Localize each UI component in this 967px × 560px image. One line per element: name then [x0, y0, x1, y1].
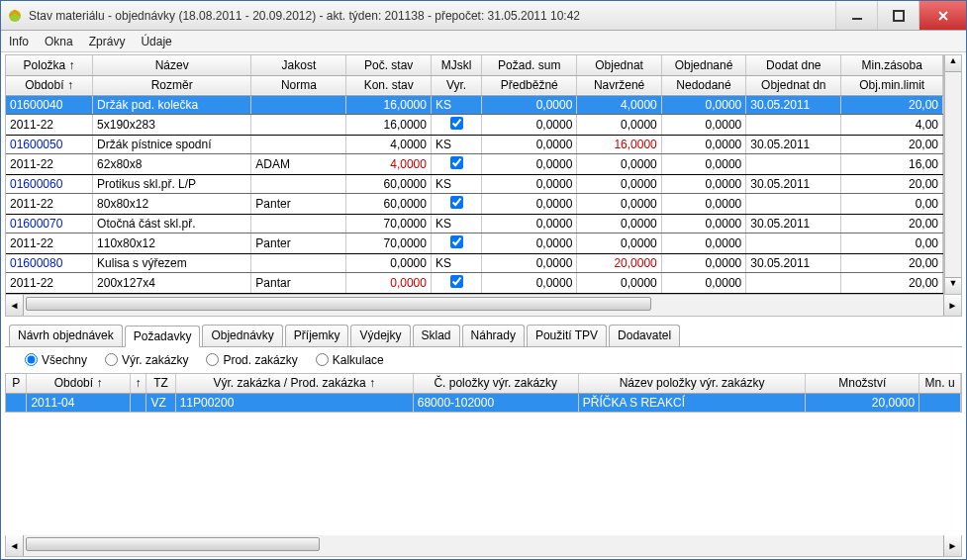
cell: 20,00	[841, 272, 943, 293]
radio-option[interactable]: Všechny	[25, 353, 87, 367]
cell: Kulisa s výřezem	[93, 253, 251, 272]
table-row[interactable]: 2011-22200x127x4Pantar0,00000,00000,0000…	[6, 272, 943, 293]
column-header[interactable]: Období ↑	[6, 75, 93, 95]
table-row[interactable]: 01600070Otočná část skl.př.70,0000KS0,00…	[6, 214, 943, 233]
menu-okna[interactable]: Okna	[45, 35, 73, 48]
column-header[interactable]: Norma	[251, 75, 346, 95]
cell: 16,0000	[577, 135, 661, 153]
column-header[interactable]: Objednat	[577, 55, 661, 75]
cell: 20,00	[841, 135, 943, 153]
radio-input[interactable]	[25, 353, 38, 366]
maximize-button[interactable]	[877, 1, 919, 30]
column-header[interactable]: Poč. stav	[346, 55, 431, 75]
column-header[interactable]: Jakost	[251, 55, 346, 75]
column-header[interactable]: Navržené	[577, 75, 661, 95]
column-header[interactable]: Obj.min.limit	[841, 75, 943, 95]
column-header[interactable]: MJskl	[431, 55, 481, 75]
column-header[interactable]: Min.zásoba	[841, 55, 943, 75]
radio-input[interactable]	[206, 353, 219, 366]
table-row[interactable]: 01600060Protikus skl.př. L/P60,0000KS0,0…	[6, 174, 943, 193]
column-header[interactable]: Rozměr	[93, 75, 251, 95]
radio-option[interactable]: Výr. zakázky	[105, 353, 188, 367]
cell: 0,0000	[577, 214, 661, 233]
radio-input[interactable]	[105, 353, 118, 366]
column-header[interactable]: ↑	[130, 374, 146, 394]
column-header[interactable]: Název	[93, 55, 251, 75]
vyr-checkbox[interactable]	[450, 275, 463, 288]
column-header[interactable]: Objednané	[661, 55, 745, 75]
vyr-checkbox[interactable]	[450, 235, 463, 248]
menu-zpravy[interactable]: Zprávy	[89, 35, 126, 48]
radio-option[interactable]: Kalkulace	[316, 353, 384, 367]
column-header[interactable]: Kon. stav	[346, 75, 431, 95]
column-header[interactable]: Název položky výr. zakázky	[578, 374, 806, 394]
column-header[interactable]: Vyr.	[431, 75, 481, 95]
table-row[interactable]: 01600040Držák pod. kolečka16,0000KS0,000…	[6, 95, 943, 114]
tab-sklad[interactable]: Sklad	[413, 325, 460, 346]
column-header[interactable]: Položka ↑	[6, 55, 93, 75]
cell: 01600080	[6, 253, 93, 272]
cell: 01600060	[6, 174, 93, 193]
scroll-right-icon[interactable]: ►	[943, 295, 961, 316]
vertical-scrollbar[interactable]: ▲ ▼	[944, 54, 962, 295]
close-button[interactable]	[919, 1, 966, 30]
tab-objedn-vky[interactable]: Objednávky	[202, 325, 282, 346]
cell: 11P00200	[175, 394, 413, 413]
horizontal-scrollbar-bottom[interactable]: ◄ ►	[5, 535, 962, 557]
column-header[interactable]: Předběžné	[482, 75, 577, 95]
tab-dodavatel[interactable]: Dodavatel	[609, 325, 680, 346]
table-row[interactable]: 2011-04VZ11P0020068000-102000PŘÍČKA S RE…	[6, 394, 961, 413]
scroll-left-icon[interactable]: ◄	[6, 295, 24, 316]
column-header[interactable]: Období ↑	[27, 374, 130, 394]
table-row[interactable]: 01600080Kulisa s výřezem0,0000KS0,000020…	[6, 253, 943, 272]
tab-n-vrh-objedn-vek[interactable]: Návrh objednávek	[9, 325, 123, 346]
tab-pou-it-tpv[interactable]: Použití TPV	[527, 325, 607, 346]
column-header[interactable]: Výr. zakázka / Prod. zakázka ↑	[175, 374, 413, 394]
cell: 0,0000	[482, 214, 577, 233]
menu-udaje[interactable]: Údaje	[141, 35, 171, 48]
menu-info[interactable]: Info	[9, 35, 29, 48]
table-row[interactable]: 2011-2262x80x8ADAM4,00000,00000,00000,00…	[6, 153, 943, 174]
cell: 0,0000	[482, 272, 577, 293]
tab-po-adavky[interactable]: Požadavky	[125, 326, 201, 347]
cell: KS	[431, 174, 481, 193]
tab-n-hrady[interactable]: Náhrady	[462, 325, 525, 346]
cell: 2011-22	[6, 272, 93, 293]
cell	[6, 394, 27, 413]
column-header[interactable]: P	[6, 374, 27, 394]
table-row[interactable]: 2011-225x190x28316,00000,00000,00000,000…	[6, 114, 943, 135]
cell	[746, 272, 841, 293]
cell: 68000-102000	[413, 394, 578, 413]
cell	[251, 135, 346, 153]
radio-input[interactable]	[316, 353, 329, 366]
vyr-checkbox[interactable]	[450, 196, 463, 209]
scroll-left-icon[interactable]: ◄	[6, 535, 24, 556]
table-row[interactable]: 01600050Držák pístnice spodní4,0000KS0,0…	[6, 135, 943, 153]
main-grid[interactable]: Položka ↑NázevJakostPoč. stavMJsklPožad.…	[5, 54, 944, 295]
horizontal-scrollbar-top[interactable]: ◄ ►	[5, 295, 962, 317]
radio-option[interactable]: Prod. zakázky	[206, 353, 297, 367]
scroll-right-icon[interactable]: ►	[943, 535, 961, 556]
tab-p-jemky[interactable]: Příjemky	[285, 325, 349, 346]
detail-grid[interactable]: PObdobí ↑↑TZVýr. zakázka / Prod. zakázka…	[5, 373, 962, 414]
vyr-checkbox[interactable]	[450, 117, 463, 130]
cell: 4,00	[841, 114, 943, 135]
column-header[interactable]: Množství	[806, 374, 919, 394]
cell: 0,0000	[346, 272, 431, 293]
column-header[interactable]: Objednat dn	[746, 75, 841, 95]
column-header[interactable]: Mn. u	[919, 374, 961, 394]
cell: 30.05.2011	[746, 253, 841, 272]
cell: 0,0000	[661, 253, 745, 272]
table-row[interactable]: 2011-22110x80x12Panter70,00000,00000,000…	[6, 233, 943, 253]
column-header[interactable]: Nedodané	[661, 75, 745, 95]
vyr-checkbox[interactable]	[450, 156, 463, 169]
cell	[746, 193, 841, 214]
cell: 0,0000	[482, 114, 577, 135]
column-header[interactable]: Č. položky výr. zakázky	[413, 374, 578, 394]
column-header[interactable]: TZ	[146, 374, 175, 394]
column-header[interactable]: Požad. sum	[482, 55, 577, 75]
column-header[interactable]: Dodat dne	[746, 55, 841, 75]
minimize-button[interactable]	[835, 1, 877, 30]
tab-v-dejky[interactable]: Výdejky	[350, 325, 410, 346]
table-row[interactable]: 2011-2280x80x12Panter60,00000,00000,0000…	[6, 193, 943, 214]
